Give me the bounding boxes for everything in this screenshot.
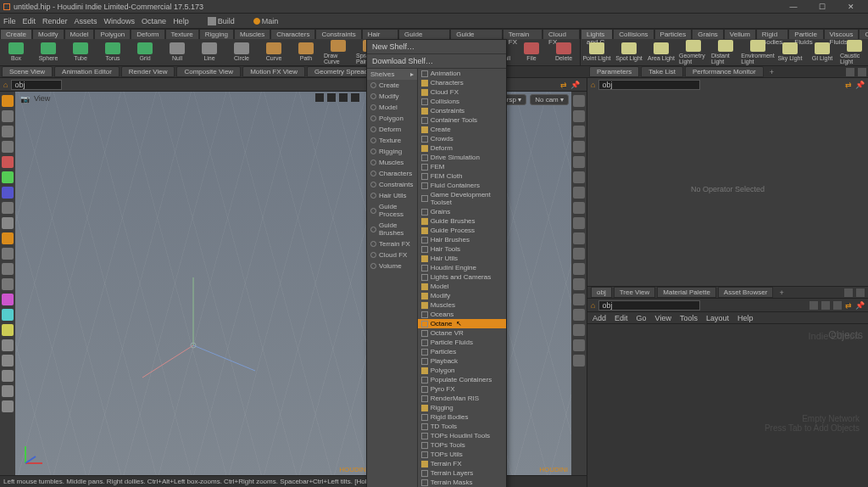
shelf-tool[interactable]: Torus (98, 42, 127, 61)
parameters-path-input[interactable] (598, 80, 700, 90)
home-icon[interactable]: ⌂ (3, 81, 8, 89)
shelf-set-item[interactable]: Rigging (367, 146, 417, 157)
shelf-list-item[interactable]: Octane↖ (418, 319, 506, 328)
shelf-list-item[interactable]: Playback (418, 356, 506, 366)
shelf-tool[interactable]: Caustic Light (840, 40, 868, 64)
shelf2-tab[interactable]: Vellum (724, 29, 756, 39)
shelf1-tab[interactable]: Cloud FX (542, 29, 580, 39)
net-menu-tools[interactable]: Tools (680, 314, 698, 322)
viewport-tool-icon[interactable] (2, 126, 14, 137)
shelf-list-item[interactable]: TD Tools (418, 422, 506, 431)
shelf-list-item[interactable]: Houdini Engine (418, 263, 506, 272)
shelf2-tab[interactable]: Oceans (859, 29, 868, 39)
params-tab-takelist[interactable]: Take List (641, 66, 683, 77)
viewport-tool-icon[interactable] (2, 202, 14, 214)
shelf-set-item[interactable]: Modify (367, 91, 417, 102)
shelf-tool[interactable]: Path (292, 42, 320, 61)
net-menu-help[interactable]: Help (737, 314, 754, 322)
display-option-icon[interactable] (573, 217, 585, 229)
viewport-tool-icon[interactable] (2, 309, 14, 321)
network-add-tab[interactable]: + (775, 288, 787, 298)
shelf-list-item[interactable]: RenderMan RIS (418, 394, 506, 403)
shelf2-tab[interactable]: Viscous Fluids (824, 29, 860, 39)
camera-selector[interactable]: No cam ▾ (530, 94, 569, 105)
shelf1-tab[interactable]: Create (0, 29, 32, 39)
close-button[interactable]: ✕ (837, 1, 865, 13)
shelf-list-item[interactable]: Hair Utils (418, 254, 506, 263)
menu-file[interactable]: File (3, 17, 16, 25)
shelf-list-item[interactable]: FEM (418, 162, 506, 171)
shelf-tool[interactable]: Curve (259, 42, 288, 61)
shelf1-tab[interactable]: Muscles (234, 29, 270, 39)
shelf-tool[interactable]: Tube (66, 42, 95, 61)
net-menu-go[interactable]: Go (637, 314, 647, 322)
shelf-sets-header[interactable]: Shelves▸ (367, 69, 417, 80)
net-menu-add[interactable]: Add (593, 314, 606, 322)
left-pane-tab[interactable]: Scene View (2, 66, 53, 77)
shelf-list-item[interactable]: Deform (418, 143, 506, 153)
shelf-set-item[interactable]: Polygon (367, 113, 417, 124)
shelf-list-item[interactable]: Constraints (418, 106, 506, 115)
shelf1-tab[interactable]: Deform (131, 29, 164, 39)
shelf-tool[interactable]: Distant Light (711, 40, 740, 64)
shelf-tool[interactable]: Grid (131, 42, 159, 61)
display-option-icon[interactable] (573, 232, 585, 244)
pin-icon[interactable]: 📌 (855, 301, 865, 310)
shelf-set-item[interactable]: Constraints (367, 179, 417, 190)
pin-icon[interactable]: 📌 (570, 81, 580, 89)
menu-help[interactable]: Help (173, 17, 189, 25)
link-icon[interactable]: ⇄ (845, 81, 852, 89)
shelf2-tab[interactable]: Lights and C (581, 29, 613, 39)
shelf-tool[interactable]: Sky Light (776, 42, 804, 61)
shelf-list-item[interactable]: Container Tools (418, 115, 506, 125)
shelf2-tab[interactable]: Particle Fluids (788, 29, 823, 39)
params-tab-parameters[interactable]: Parameters (589, 66, 639, 77)
shelf-list-item[interactable]: FEM Cloth (418, 171, 506, 181)
maximize-button[interactable]: ☐ (809, 1, 836, 13)
shelf-set-item[interactable]: Guide Brushes (367, 220, 417, 238)
shelf-tool[interactable]: Line (195, 42, 224, 61)
display-option-icon[interactable] (573, 156, 585, 168)
shelf-list-item[interactable]: Octane VR (418, 328, 506, 338)
shelf-list-item[interactable]: Model (418, 282, 506, 291)
shelf1-tab[interactable]: Constraints (315, 29, 361, 39)
shelf-list-item[interactable]: Terrain Layers (418, 468, 506, 478)
shelf-tool[interactable]: Spot Light (615, 42, 643, 61)
display-option-icon[interactable] (573, 202, 585, 214)
shelf-set-item[interactable]: Cloud FX (367, 249, 417, 260)
pin-icon[interactable]: 📌 (855, 81, 865, 89)
shelf2-tab[interactable]: Rigid Bodies (756, 29, 788, 39)
shelf-list-item[interactable]: Guide Brushes (418, 216, 506, 226)
menu-assets[interactable]: Assets (75, 17, 97, 25)
shelf-list-item[interactable]: TOPs Houdini Tools (418, 431, 506, 440)
shelf-set-item[interactable]: Model (367, 102, 417, 113)
net-tool-icon[interactable] (821, 301, 830, 310)
display-option-icon[interactable] (573, 294, 585, 305)
net-menu-edit[interactable]: Edit (615, 314, 628, 322)
shelf-set-item[interactable]: Texture (367, 135, 417, 146)
shelf-set-item[interactable]: Hair Utils (367, 190, 417, 201)
shelf2-tab[interactable]: Particles (654, 29, 693, 39)
viewport-tool-icon[interactable] (2, 217, 14, 229)
params-tab-perfmon[interactable]: Performance Monitor (685, 66, 764, 77)
shelf-list-item[interactable]: Lights and Cameras (418, 272, 506, 282)
shelf1-tab[interactable]: Texture (165, 29, 199, 39)
shelf2-tab[interactable]: Grains (692, 29, 724, 39)
viewport-tool-icon[interactable] (2, 232, 14, 244)
desktop-switcher[interactable]: Build (208, 17, 235, 25)
shelf1-tab[interactable]: Hair Utils (362, 29, 398, 39)
menu-windows[interactable]: Windows (104, 17, 136, 25)
shelf-context-menu[interactable]: New Shelf… Download Shelf… Shelves▸ Crea… (366, 39, 507, 487)
shelf-list-item[interactable]: Guide Process (418, 226, 506, 235)
viewport-tool-icon[interactable] (2, 324, 14, 336)
left-pane-tab[interactable]: Animation Editor (54, 66, 120, 77)
left-pane-tab[interactable]: Motion FX View (242, 66, 305, 77)
shelf-set-item[interactable]: Volume (367, 260, 417, 271)
shelf-tool[interactable]: Circle (227, 42, 256, 61)
shelf-set-item[interactable]: Deform (367, 124, 417, 135)
shelf-tool[interactable]: Draw Curve (324, 40, 353, 64)
main-radio[interactable]: Main (253, 17, 279, 25)
viewport-tool-icon[interactable] (2, 156, 14, 168)
display-option-icon[interactable] (573, 187, 585, 199)
params-add-tab[interactable]: + (765, 67, 778, 77)
